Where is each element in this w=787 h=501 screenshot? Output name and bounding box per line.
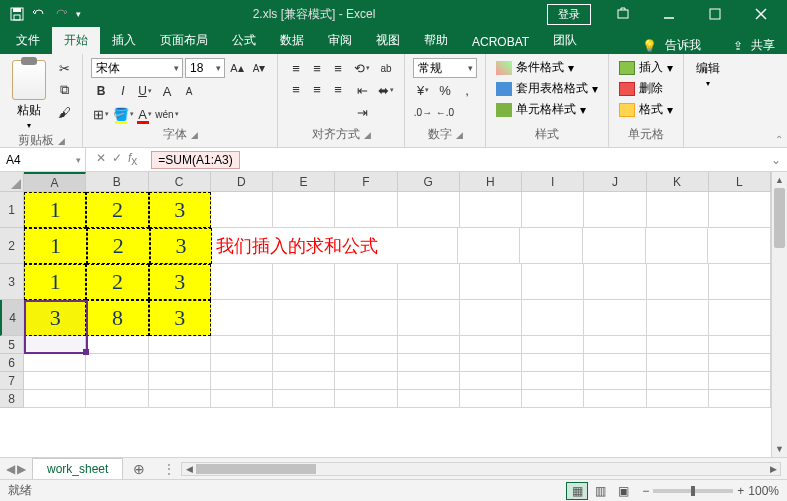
tab-layout[interactable]: 页面布局 (148, 27, 220, 54)
cell[interactable] (273, 336, 335, 354)
conditional-format-button[interactable]: 条件格式 ▾ (494, 58, 600, 77)
cell[interactable] (709, 192, 771, 228)
cell[interactable] (149, 372, 211, 390)
tab-file[interactable]: 文件 (4, 27, 52, 54)
sheet-nav-next-icon[interactable]: ▶ (17, 462, 26, 476)
grid[interactable]: A B C D E F G H I J K L 1 2 3 1 2 3 我们 (24, 172, 771, 457)
row-header[interactable]: 7 (0, 372, 23, 390)
cell[interactable] (273, 264, 335, 300)
page-break-view-icon[interactable]: ▣ (612, 482, 634, 500)
row-header[interactable]: 2 (0, 228, 23, 264)
collapse-ribbon-icon[interactable]: ⌃ (775, 134, 783, 145)
cell[interactable]: 1 (24, 228, 87, 264)
cell[interactable] (647, 390, 709, 408)
increase-decimal-icon[interactable]: .0→ (413, 102, 433, 122)
row-header[interactable]: 3 (0, 264, 23, 300)
cell[interactable] (273, 390, 335, 408)
cell[interactable] (398, 192, 460, 228)
delete-cells-button[interactable]: 删除 (617, 79, 675, 98)
normal-view-icon[interactable]: ▦ (566, 482, 588, 500)
row-header[interactable]: 1 (0, 192, 23, 228)
row-header[interactable]: 4 (0, 300, 23, 336)
cell[interactable] (647, 336, 709, 354)
scroll-thumb[interactable] (196, 464, 316, 474)
cancel-formula-icon[interactable]: ✕ (96, 151, 106, 168)
border-icon[interactable]: ⊞ (91, 104, 111, 124)
cell[interactable]: 3 (149, 264, 211, 300)
dialog-launcher-icon[interactable]: ◢ (191, 130, 198, 140)
cell[interactable] (273, 354, 335, 372)
font-color-icon[interactable]: A (135, 104, 155, 124)
sheet-nav-prev-icon[interactable]: ◀ (6, 462, 15, 476)
login-button[interactable]: 登录 (547, 4, 591, 25)
align-left-icon[interactable]: ≡ (286, 79, 306, 99)
cell[interactable]: 8 (86, 300, 148, 336)
cell[interactable] (460, 192, 522, 228)
col-header[interactable]: E (273, 172, 335, 191)
cell[interactable]: 2 (87, 228, 150, 264)
col-header[interactable]: H (460, 172, 522, 191)
cell[interactable]: 1 (24, 192, 86, 228)
font-name-combo[interactable]: 宋体 (91, 58, 183, 78)
format-cells-button[interactable]: 格式 ▾ (617, 100, 675, 119)
enter-formula-icon[interactable]: ✓ (112, 151, 122, 168)
align-right-icon[interactable]: ≡ (328, 79, 348, 99)
scroll-down-icon[interactable]: ▼ (772, 441, 787, 457)
cell[interactable] (584, 264, 646, 300)
cell[interactable]: 3 (149, 300, 211, 336)
cell[interactable] (149, 390, 211, 408)
cell[interactable] (335, 264, 397, 300)
currency-icon[interactable]: ¥ (413, 80, 433, 100)
zoom-slider[interactable] (653, 489, 733, 493)
cell[interactable]: 2 (86, 264, 148, 300)
lower-a-icon[interactable]: A (179, 81, 199, 101)
cell[interactable] (709, 264, 771, 300)
cell[interactable] (583, 228, 646, 264)
shrink-font-icon[interactable]: A▾ (249, 58, 269, 78)
cell[interactable] (149, 336, 211, 354)
align-top-icon[interactable]: ≡ (286, 58, 306, 78)
cell[interactable] (647, 372, 709, 390)
tab-home[interactable]: 开始 (52, 27, 100, 54)
formula-input[interactable]: =SUM(A1:A3) (151, 151, 239, 169)
cell[interactable] (398, 390, 460, 408)
annotation-cell[interactable]: 我们插入的求和公式 (212, 228, 457, 264)
cell[interactable] (522, 264, 584, 300)
number-format-combo[interactable]: 常规 (413, 58, 477, 78)
cell[interactable]: 1 (24, 264, 86, 300)
horizontal-scrollbar[interactable]: ◀ ▶ (181, 462, 781, 476)
col-header[interactable]: I (522, 172, 584, 191)
cell[interactable]: 3 (149, 192, 211, 228)
cell[interactable] (647, 300, 709, 336)
bold-icon[interactable]: B (91, 81, 111, 101)
col-header[interactable]: B (86, 172, 148, 191)
copy-icon[interactable]: ⧉ (54, 80, 74, 100)
increase-indent-icon[interactable]: ⇥ (352, 102, 372, 122)
save-icon[interactable] (10, 7, 24, 21)
cell[interactable] (86, 354, 148, 372)
format-painter-icon[interactable]: 🖌 (54, 102, 74, 122)
cut-icon[interactable]: ✂ (54, 58, 74, 78)
col-header[interactable]: C (149, 172, 211, 191)
row-header[interactable]: 5 (0, 336, 23, 354)
comma-icon[interactable]: , (457, 80, 477, 100)
cell[interactable] (584, 390, 646, 408)
cell[interactable] (709, 354, 771, 372)
cell[interactable] (647, 192, 709, 228)
cell[interactable] (709, 300, 771, 336)
expand-formula-icon[interactable]: ⌄ (765, 153, 787, 167)
dialog-launcher-icon[interactable]: ◢ (58, 136, 65, 146)
underline-icon[interactable]: U (135, 81, 155, 101)
cell[interactable] (335, 300, 397, 336)
cell[interactable] (584, 300, 646, 336)
cell[interactable] (460, 300, 522, 336)
select-all-corner[interactable] (0, 172, 24, 192)
cell[interactable] (709, 390, 771, 408)
cell[interactable] (211, 264, 273, 300)
tab-formulas[interactable]: 公式 (220, 27, 268, 54)
ribbon-options-icon[interactable] (601, 0, 645, 28)
cell[interactable] (522, 354, 584, 372)
row-header[interactable]: 8 (0, 390, 23, 408)
format-table-button[interactable]: 套用表格格式 ▾ (494, 79, 600, 98)
cell[interactable] (709, 336, 771, 354)
